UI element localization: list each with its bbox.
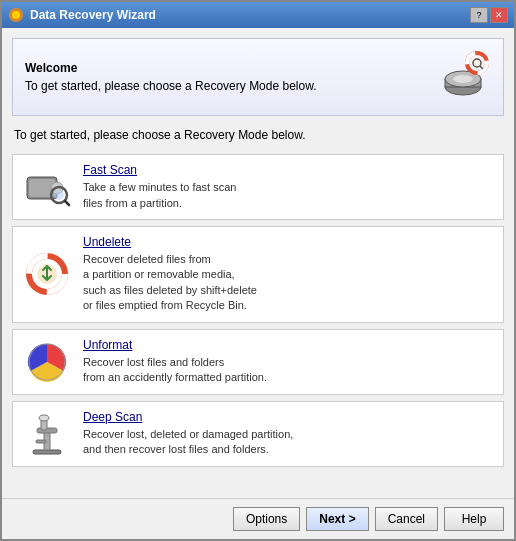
fast-scan-icon xyxy=(23,163,71,211)
unformat-name: Unformat xyxy=(83,338,493,352)
undelete-name: Undelete xyxy=(83,235,493,249)
svg-rect-28 xyxy=(36,440,46,443)
next-button[interactable]: Next > xyxy=(306,507,368,531)
app-icon xyxy=(8,7,24,23)
svg-point-27 xyxy=(39,415,49,421)
svg-rect-23 xyxy=(33,450,61,454)
title-bar: Data Recovery Wizard ? ✕ xyxy=(2,2,514,28)
fast-scan-desc: Take a few minutes to fast scanfiles fro… xyxy=(83,180,493,211)
undelete-icon xyxy=(23,250,71,298)
unformat-icon xyxy=(23,338,71,386)
welcome-subtitle: To get started, please choose a Recovery… xyxy=(25,79,425,93)
undelete-desc: Recover deleted files froma partition or… xyxy=(83,252,493,314)
deep-scan-icon xyxy=(23,410,71,458)
svg-line-16 xyxy=(65,201,69,205)
svg-line-10 xyxy=(480,66,483,69)
undelete-text: Undelete Recover deleted files froma par… xyxy=(83,235,493,314)
deep-scan-text: Deep Scan Recover lost, deleted or damag… xyxy=(83,410,493,458)
fast-scan-text: Fast Scan Take a few minutes to fast sca… xyxy=(83,163,493,211)
fast-scan-name: Fast Scan xyxy=(83,163,493,177)
help-title-button[interactable]: ? xyxy=(470,7,488,23)
mode-item-undelete[interactable]: Undelete Recover deleted files froma par… xyxy=(12,226,504,323)
unformat-text: Unformat Recover lost files and foldersf… xyxy=(83,338,493,386)
mode-item-deep-scan[interactable]: Deep Scan Recover lost, deleted or damag… xyxy=(12,401,504,467)
cancel-button[interactable]: Cancel xyxy=(375,507,438,531)
instruction-text: To get started, please choose a Recovery… xyxy=(12,124,504,146)
welcome-banner: Welcome To get started, please choose a … xyxy=(12,38,504,116)
mode-item-fast-scan[interactable]: Fast Scan Take a few minutes to fast sca… xyxy=(12,154,504,220)
unformat-desc: Recover lost files and foldersfrom an ac… xyxy=(83,355,493,386)
welcome-title: Welcome xyxy=(25,61,425,75)
content-area: Welcome To get started, please choose a … xyxy=(2,28,514,498)
help-button[interactable]: Help xyxy=(444,507,504,531)
main-window: Data Recovery Wizard ? ✕ Welcome To get … xyxy=(0,0,516,541)
modes-container: Fast Scan Take a few minutes to fast sca… xyxy=(12,154,504,488)
svg-point-1 xyxy=(12,11,20,19)
window-title: Data Recovery Wizard xyxy=(30,8,470,22)
deep-scan-desc: Recover lost, deleted or damaged partiti… xyxy=(83,427,493,458)
svg-point-15 xyxy=(54,190,64,200)
welcome-logo xyxy=(435,49,491,105)
welcome-text-block: Welcome To get started, please choose a … xyxy=(25,61,425,93)
svg-point-5 xyxy=(453,75,473,83)
footer: Options Next > Cancel Help xyxy=(2,498,514,539)
options-button[interactable]: Options xyxy=(233,507,300,531)
mode-item-unformat[interactable]: Unformat Recover lost files and foldersf… xyxy=(12,329,504,395)
close-button[interactable]: ✕ xyxy=(490,7,508,23)
window-controls: ? ✕ xyxy=(470,7,508,23)
deep-scan-name: Deep Scan xyxy=(83,410,493,424)
